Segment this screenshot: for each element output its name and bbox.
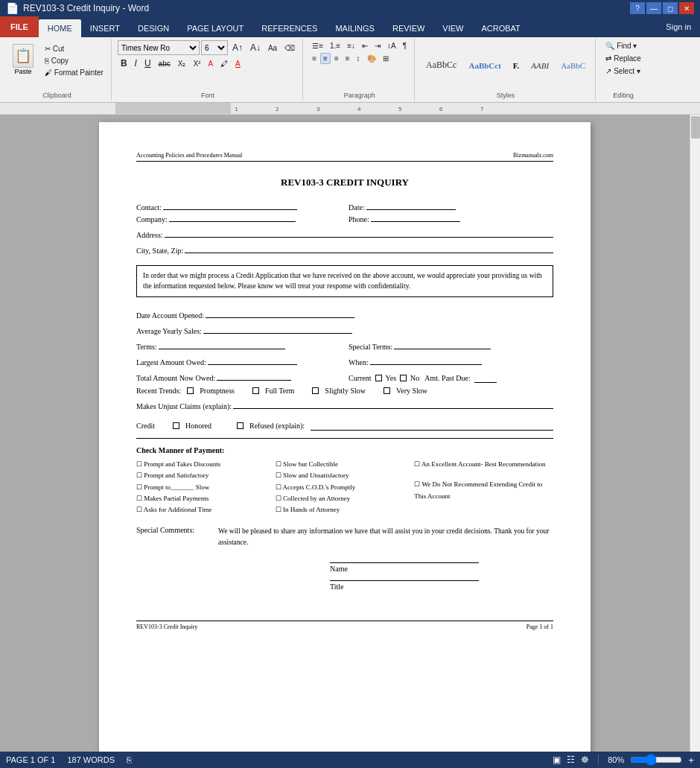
replace-button[interactable]: ⇄ Replace xyxy=(602,53,643,64)
credit-label: Credit xyxy=(136,422,155,430)
sort-btn[interactable]: ↕A xyxy=(384,40,399,51)
header-right: Bizmanualz.com xyxy=(513,152,553,159)
style-heading1[interactable]: AaBbCct xyxy=(463,59,506,72)
underline-button[interactable]: U xyxy=(141,57,154,70)
signature-section: Name Title xyxy=(330,562,553,591)
terms-row: Terms: Special Terms: xyxy=(136,339,553,351)
yes-label: Yes xyxy=(386,374,397,382)
cut-button[interactable]: ✂ Cut xyxy=(42,43,106,54)
align-center-btn[interactable]: ≡ xyxy=(320,53,331,64)
avg-sales-line xyxy=(203,323,352,334)
word-count: 187 WORDS xyxy=(67,755,115,764)
select-button[interactable]: ↗ Select ▾ xyxy=(602,66,643,77)
superscript-btn[interactable]: X² xyxy=(190,58,203,69)
tab-mailings[interactable]: MAILINGS xyxy=(326,19,384,37)
special-terms-label: Special Terms: xyxy=(349,343,392,351)
view-print-btn[interactable]: ☷ xyxy=(567,755,575,765)
clipboard-group: 📋 Paste ✂ Cut ⎘ Copy 🖌 Format Painter Cl… xyxy=(3,39,112,101)
strikethrough-btn[interactable]: abc xyxy=(156,58,174,69)
minimize-btn[interactable]: — xyxy=(646,2,661,14)
decrease-indent-btn[interactable]: ⇤ xyxy=(359,40,371,51)
highlight-btn[interactable]: 🖍 xyxy=(217,58,231,69)
list-item: ☐ Slow but Collectible xyxy=(276,459,415,470)
paste-button[interactable]: 📋 Paste xyxy=(7,40,39,79)
font-size-select[interactable]: 6 xyxy=(201,40,228,55)
sign-in[interactable]: Sign in xyxy=(657,22,700,31)
line-spacing-btn[interactable]: ↕ xyxy=(354,53,363,64)
tab-acrobat[interactable]: ACROBAT xyxy=(472,19,529,37)
total-amount-row: Total Amount Now Owed: Current Yes No Am… xyxy=(136,370,553,384)
tab-references[interactable]: REFERENCES xyxy=(252,19,326,37)
font-group: Times New Ro 6 A↑ A↓ Aa ⌫ B I U abc X₂ X… xyxy=(113,39,303,101)
city-state-zip-row: City, State, Zip: xyxy=(136,243,553,255)
copy-button[interactable]: ⎘ Copy xyxy=(42,55,106,66)
find-button[interactable]: 🔍 Find ▾ xyxy=(602,40,640,51)
bullets-btn[interactable]: ☰≡ xyxy=(309,40,326,51)
font-shrink-btn[interactable]: A↓ xyxy=(247,41,264,54)
tab-review[interactable]: REVIEW xyxy=(384,19,433,37)
style-heading3[interactable]: AABI xyxy=(526,59,554,72)
list-item: ☐ Slow and Unsatisfactory xyxy=(276,470,415,481)
restore-btn[interactable]: ◻ xyxy=(663,2,678,14)
view-web-btn[interactable]: ☸ xyxy=(581,755,589,765)
multilevel-btn[interactable]: ≡↓ xyxy=(344,40,358,51)
help-btn[interactable]: ? xyxy=(630,2,645,14)
window-controls: ? — ◻ ✕ xyxy=(630,2,694,14)
current-no-cb xyxy=(400,375,407,381)
editing-label: Editing xyxy=(613,90,634,99)
subscript-btn[interactable]: X₂ xyxy=(175,58,189,69)
close-btn[interactable]: ✕ xyxy=(679,2,694,14)
svg-text:6: 6 xyxy=(439,106,443,112)
refused-cb xyxy=(237,422,244,429)
honored-cb xyxy=(173,422,179,429)
style-heading4[interactable]: AaBbC xyxy=(556,59,591,72)
borders-btn[interactable]: ⊞ xyxy=(380,53,392,64)
payment-col-2: ☐ Slow but Collectible ☐ Slow and Unsati… xyxy=(276,459,415,515)
tab-view[interactable]: VIEW xyxy=(433,19,472,37)
align-left-btn[interactable]: ≡ xyxy=(309,53,319,64)
date-line xyxy=(366,209,456,210)
list-item: ☐ In Hands of Attorney xyxy=(276,504,415,515)
numbering-btn[interactable]: 1.≡ xyxy=(327,40,343,51)
style-normal[interactable]: AaBbCc xyxy=(421,57,462,73)
tab-insert[interactable]: INSERT xyxy=(81,19,129,37)
show-hide-btn[interactable]: ¶ xyxy=(400,40,410,51)
italic-button[interactable]: I xyxy=(132,57,140,70)
styles-label: Styles xyxy=(497,90,515,99)
shading-btn[interactable]: 🎨 xyxy=(364,53,379,64)
change-case-btn[interactable]: Aa xyxy=(265,42,280,54)
text-color-btn[interactable]: A xyxy=(205,58,216,69)
font-color-btn[interactable]: A xyxy=(232,58,244,69)
zoom-in-btn[interactable]: + xyxy=(688,755,694,766)
zoom-slider[interactable] xyxy=(630,754,682,766)
scrollbar-thumb[interactable] xyxy=(691,116,700,139)
increase-indent-btn[interactable]: ⇥ xyxy=(372,40,384,51)
font-grow-btn[interactable]: A↑ xyxy=(229,41,246,54)
view-read-btn[interactable]: ▣ xyxy=(553,755,561,765)
clipboard-label: Clipboard xyxy=(42,90,71,99)
bold-button[interactable]: B xyxy=(118,57,130,70)
font-name-select[interactable]: Times New Ro xyxy=(118,40,200,55)
clear-format-btn[interactable]: ⌫ xyxy=(281,42,298,54)
style-heading2[interactable]: F. xyxy=(508,59,524,72)
special-comments-right-text: We will be pleased to share any informat… xyxy=(218,527,549,545)
status-bar: PAGE 1 OF 1 187 WORDS ⎘ ▣ ☷ ☸ 80% + xyxy=(0,752,700,768)
largest-amount-label: Largest Amount Owed: xyxy=(136,358,206,366)
justify-btn[interactable]: ≡ xyxy=(343,53,353,64)
address-label: Address: xyxy=(136,231,163,239)
format-painter-button[interactable]: 🖌 Format Painter xyxy=(42,67,106,78)
company-label: Company: xyxy=(136,215,168,223)
scrollbar-v[interactable] xyxy=(690,115,700,768)
align-right-btn[interactable]: ≡ xyxy=(331,53,342,64)
amt-past-due-label: Amt. Past Due: xyxy=(424,374,470,382)
tab-design[interactable]: DESIGN xyxy=(129,19,178,37)
tab-page-layout[interactable]: PAGE LAYOUT xyxy=(178,19,252,37)
tab-home[interactable]: HOME xyxy=(39,19,81,37)
full-term-label: Full Term xyxy=(265,387,294,395)
name-sig-line xyxy=(330,562,479,563)
svg-text:7: 7 xyxy=(480,106,484,112)
largest-amount-row: Largest Amount Owed: When: xyxy=(136,355,553,366)
list-item: ☐ Prompt and Takes Discounts xyxy=(136,459,276,470)
tab-file[interactable]: FILE xyxy=(0,16,39,37)
unjust-claims-line xyxy=(233,399,553,409)
